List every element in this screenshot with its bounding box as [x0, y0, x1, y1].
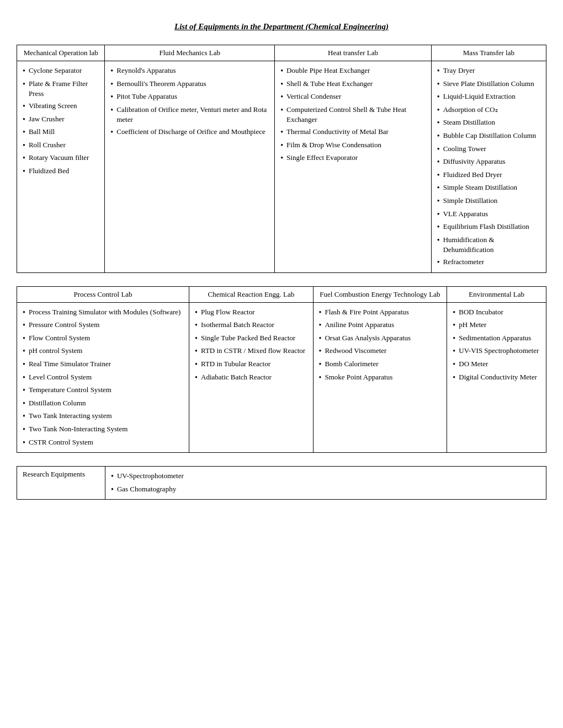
list-item: Aniline Point Apparatus	[319, 319, 442, 332]
list-item: Steam Distillation	[437, 116, 540, 130]
list-item-text: Temperature Control System	[29, 385, 111, 395]
list-item-text: Flash & Fire Point Apparatus	[325, 307, 408, 317]
list-item: Calibration of Orifice meter, Venturi me…	[110, 104, 269, 126]
list-item-text: Plug Flow Reactor	[201, 307, 255, 317]
table2-col0: Process Training Simulator with Modules …	[17, 302, 189, 453]
list-item-text: Flow Control System	[29, 333, 90, 343]
list-item-text: Fluidized Bed	[29, 166, 69, 176]
list-item: Roll Crusher	[23, 139, 99, 152]
table2-header-2: Fuel Combustion Energy Technology Lab	[313, 286, 447, 302]
table1-col0: Cyclone SeparatorPlate & Frame Filter Pr…	[17, 61, 105, 273]
list-item: Smoke Point Apparatus	[319, 371, 442, 384]
list-item: Plug Flow Reactor	[195, 306, 307, 319]
list-item: CSTR Control System	[23, 436, 183, 449]
list-item-text: Jaw Crusher	[29, 114, 65, 124]
list-item: Film & Drop Wise Condensation	[280, 139, 426, 152]
table2-col3: BOD IncubatorpH MeterSedimentation Appar…	[447, 302, 546, 453]
list-item-text: Single Effect Evaporator	[286, 153, 358, 163]
list-item-text: Vertical Condenser	[286, 92, 341, 101]
table1: Mechanical Operation lab Fluid Mechanics…	[17, 45, 546, 273]
list-item-text: UV-VIS Spectrophotometer	[459, 346, 539, 356]
list-item: Two Tank Non-Interacting System	[23, 423, 183, 436]
list-item-text: pH control System	[29, 346, 83, 356]
list-item: pH Meter	[453, 319, 540, 332]
list-item-text: Sieve Plate Distillation Column	[443, 79, 534, 89]
list-item: Flash & Fire Point Apparatus	[319, 306, 442, 319]
list-item: Reynold's Apparatus	[110, 65, 269, 78]
list-item: Pressure Control System	[23, 319, 183, 332]
list-item-text: Ball Mill	[29, 127, 55, 137]
list-item: Equilibrium Flash Distillation	[437, 221, 540, 234]
list-item: Bubble Cap Distillation Column	[437, 130, 540, 143]
list-item: Two Tank Interacting system	[23, 410, 183, 423]
list-item: Refractometer	[437, 256, 540, 269]
list-item: BOD Incubator	[453, 306, 540, 319]
list-item-text: Process Training Simulator with Modules …	[29, 307, 181, 317]
table2-col1: Plug Flow ReactorIsothermal Batch Reacto…	[189, 302, 313, 453]
table2-header-1: Chemical Reaction Engg. Lab	[189, 286, 313, 302]
list-item: Pitot Tube Apparatus	[110, 90, 269, 104]
list-item: UV-Spectrophotometer	[111, 470, 540, 483]
list-item: Simple Steam Distillation	[437, 181, 540, 195]
list-item-text: Digital Conductivity Meter	[459, 372, 537, 382]
list-item: Level Control System	[23, 371, 183, 384]
list-item-text: Sedimentation Apparatus	[459, 333, 531, 343]
list-item: Plate & Frame Filter Press	[23, 78, 99, 100]
list-item-text: Thermal Conductivity of Metal Bar	[286, 127, 389, 137]
list-item-text: Two Tank Non-Interacting System	[29, 424, 128, 434]
list-item-text: Liquid-Liquid Extraction	[443, 92, 516, 101]
list-item-text: Adsorption of CO₂	[443, 105, 498, 115]
list-item: Jaw Crusher	[23, 113, 99, 126]
list-item-text: Pressure Control System	[29, 320, 100, 330]
list-item-text: Calibration of Orifice meter, Venturi me…	[116, 105, 269, 125]
list-item-text: Isothermal Batch Reactor	[201, 320, 274, 330]
list-item-text: Vibrating Screen	[29, 101, 77, 111]
list-item: RTD in Tubular Reactor	[195, 358, 307, 371]
list-item-text: Shell & Tube Heat Exchanger	[286, 79, 373, 89]
list-item: Single Tube Packed Bed Reactor	[195, 332, 307, 345]
list-item: pH control System	[23, 345, 183, 358]
list-item-text: Simple Steam Distillation	[443, 183, 517, 192]
list-item: Redwood Viscometer	[319, 345, 442, 358]
list-item-text: Rotary Vacuum filter	[29, 153, 89, 163]
list-item-text: Two Tank Interacting system	[29, 411, 112, 421]
list-item: Humidification & Dehumidification	[437, 234, 540, 256]
list-item-text: DO Meter	[459, 359, 488, 369]
list-item-text: Refractometer	[443, 257, 484, 267]
list-item-text: Bernoulli's Theorem Apparatus	[116, 79, 206, 89]
page-title: List of Equipments in the Department (Ch…	[17, 22, 546, 31]
list-item: Shell & Tube Heat Exchanger	[280, 78, 426, 91]
list-item: Tray Dryer	[437, 65, 540, 78]
list-item: Gas Chomatography	[111, 483, 540, 496]
list-item-text: Adiabatic Batch Reactor	[201, 372, 272, 382]
list-item-text: RTD in Tubular Reactor	[201, 359, 270, 369]
list-item: Bernoulli's Theorem Apparatus	[110, 78, 269, 91]
list-item-text: Pitot Tube Apparatus	[116, 92, 177, 101]
list-item: Fluidized Bed Dryer	[437, 169, 540, 182]
list-item-text: Cyclone Separator	[29, 66, 82, 76]
list-item: Ball Mill	[23, 126, 99, 139]
list-item-text: Cooling Tower	[443, 144, 486, 154]
list-item-text: Computerized Control Shell & Tube Heat E…	[286, 105, 426, 125]
list-item-text: Roll Crusher	[29, 140, 66, 150]
list-item: VLE Apparatus	[437, 208, 540, 221]
list-item-text: Smoke Point Apparatus	[325, 372, 392, 382]
list-item-text: Level Control System	[29, 372, 92, 382]
list-item-text: Simple Distillation	[443, 196, 498, 206]
list-item-text: Tray Dryer	[443, 66, 475, 76]
table1-header-0: Mechanical Operation lab	[17, 45, 105, 61]
list-item-text: Fluidized Bed Dryer	[443, 170, 502, 180]
list-item-text: Aniline Point Apparatus	[325, 320, 394, 330]
list-item: Coefficient of Discharge of Orifice and …	[110, 126, 269, 139]
list-item: RTD in CSTR / Mixed flow Reactor	[195, 345, 307, 358]
table2-col2: Flash & Fire Point ApparatusAniline Poin…	[313, 302, 447, 453]
list-item: Vibrating Screen	[23, 100, 99, 113]
list-item: Diffusivity Apparatus	[437, 156, 540, 169]
table1-header-1: Fluid Mechanics Lab	[105, 45, 275, 61]
list-item: Simple Distillation	[437, 195, 540, 208]
list-item: Single Effect Evaporator	[280, 152, 426, 165]
list-item-text: Equilibrium Flash Distillation	[443, 222, 529, 232]
list-item: Rotary Vacuum filter	[23, 152, 99, 165]
table1-header-2: Heat transfer Lab	[275, 45, 432, 61]
research-items: UV-SpectrophotometerGas Chomatography	[105, 467, 546, 500]
